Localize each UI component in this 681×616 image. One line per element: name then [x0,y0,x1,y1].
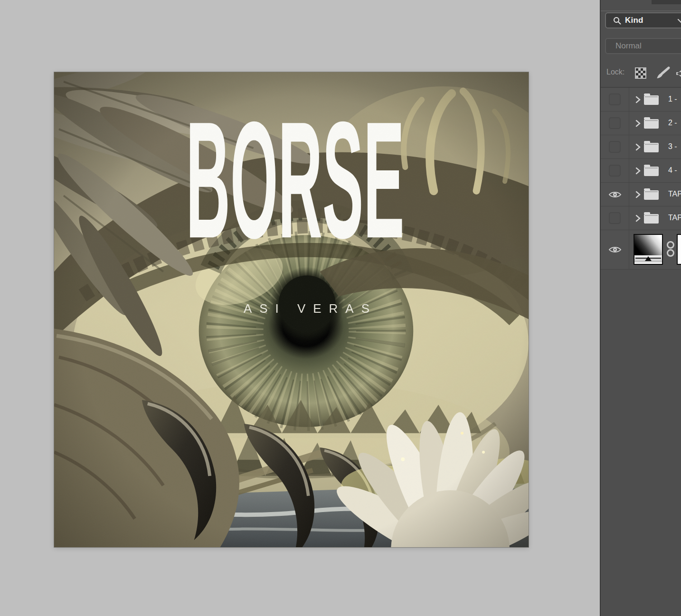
visibility-toggle[interactable] [601,159,629,182]
layer-name: 2 - [668,119,677,127]
visibility-off-box [609,212,621,224]
chevron-right-icon[interactable] [634,215,641,222]
group-folder-icon [644,190,659,200]
panel-tab-strip[interactable] [652,0,681,4]
eye-icon [608,190,622,199]
layer-row-group-2[interactable]: 2 - [601,112,681,135]
gradient-fill-thumbnail[interactable] [634,234,663,265]
blend-mode-value: Normal [615,41,642,51]
layer-row-gradient-adjustment[interactable] [601,230,681,270]
album-artwork: BORSE ASI VERAS [54,72,529,547]
visibility-toggle[interactable] [601,183,629,206]
lock-label: Lock: [606,68,624,76]
layer-name: 1 - [668,95,677,103]
document-canvas[interactable]: BORSE ASI VERAS [54,72,529,547]
chevron-down-icon [677,18,681,24]
visibility-toggle[interactable] [601,206,629,230]
chevron-right-icon[interactable] [634,143,641,151]
lock-transparency-icon[interactable] [634,67,647,79]
visibility-off-box [609,93,621,105]
chevron-right-icon[interactable] [634,96,641,103]
group-folder-icon [644,214,659,224]
filter-kind-label: Kind [625,16,643,25]
blend-mode-dropdown[interactable]: Normal [605,38,681,54]
layer-name: 4 - [668,166,677,175]
layer-name: TAP [668,190,681,198]
layer-row-group-tapa-2[interactable]: TAP [601,206,681,230]
filter-kind-dropdown[interactable]: Kind [605,12,681,28]
layer-row-group-3[interactable]: 3 - [601,135,681,159]
layer-mask-thumbnail[interactable] [677,234,681,265]
search-icon [613,17,621,25]
chevron-right-icon[interactable] [634,191,641,198]
visibility-off-box [609,165,621,177]
lock-position-icon[interactable] [676,68,681,79]
group-folder-icon [644,143,659,152]
group-folder-icon [644,119,659,129]
layer-list: 1 - 2 - 3 - [601,88,681,270]
visibility-toggle[interactable] [601,230,629,269]
visibility-toggle[interactable] [601,88,629,111]
panel-divider [601,10,681,11]
photoshop-workspace: { "artwork": { "title": "BORSE", "subtit… [0,0,681,616]
layer-row-group-tapa[interactable]: TAP [601,183,681,206]
gradient-slider [634,255,662,262]
group-folder-icon [644,95,659,105]
visibility-toggle[interactable] [601,112,629,135]
gradient-preview [634,235,662,255]
lock-pixels-brush-icon[interactable] [654,66,671,80]
chevron-right-icon[interactable] [634,167,641,175]
eye-icon [608,245,622,254]
mask-link-icon[interactable] [666,239,675,260]
layers-panel: Kind Normal Lock: [600,0,681,616]
visibility-toggle[interactable] [601,135,629,159]
layer-name: TAP [668,214,681,222]
layer-row-group-1[interactable]: 1 - [601,88,681,112]
chevron-right-icon[interactable] [634,120,641,127]
group-folder-icon [644,167,659,176]
visibility-off-box [609,141,621,153]
lock-toolbar: Lock: [601,62,681,86]
layer-name: 3 - [668,142,677,151]
visibility-off-box [609,117,621,129]
layer-row-group-4[interactable]: 4 - [601,159,681,183]
